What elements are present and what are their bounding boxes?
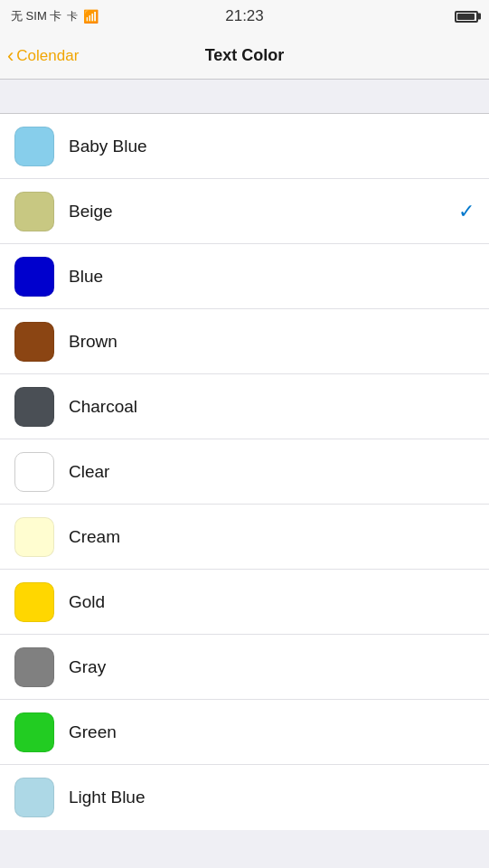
color-label-blue: Blue	[69, 267, 475, 287]
color-swatch-baby-blue	[14, 127, 54, 166]
back-button[interactable]: ‹ Colendar	[7, 46, 79, 66]
color-swatch-blue	[14, 257, 54, 297]
list-item[interactable]: Clear	[0, 439, 489, 505]
color-label-charcoal: Charcoal	[69, 397, 475, 417]
selected-checkmark-icon: ✓	[458, 200, 475, 223]
carrier-text: 无 SIM 卡	[11, 8, 61, 24]
color-label-beige: Beige	[69, 202, 458, 222]
color-swatch-charcoal	[14, 387, 54, 427]
color-swatch-gray	[14, 647, 54, 687]
color-label-gold: Gold	[69, 592, 475, 612]
status-bar: 无 SIM 卡 卡 📶 21:23	[0, 0, 489, 33]
list-item[interactable]: Green	[0, 700, 489, 765]
status-left: 无 SIM 卡 卡 📶	[11, 8, 99, 24]
list-item[interactable]: Beige✓	[0, 179, 489, 244]
color-swatch-green	[14, 712, 54, 752]
list-item[interactable]: Brown	[0, 309, 489, 374]
page-title: Text Color	[205, 46, 285, 65]
color-swatch-beige	[14, 192, 54, 231]
status-right	[455, 11, 478, 23]
color-label-cream: Cream	[69, 527, 475, 547]
color-swatch-cream	[14, 517, 54, 557]
section-header	[0, 80, 489, 114]
list-item[interactable]: Cream	[0, 505, 489, 570]
color-label-brown: Brown	[69, 332, 475, 352]
color-label-green: Green	[69, 722, 475, 742]
nav-bar: ‹ Colendar Text Color	[0, 33, 489, 80]
list-item[interactable]: Gray	[0, 635, 489, 700]
status-time: 21:23	[225, 7, 264, 25]
color-swatch-clear	[14, 452, 54, 492]
color-label-clear: Clear	[69, 462, 475, 482]
color-label-light-blue: Light Blue	[69, 788, 475, 807]
list-item[interactable]: Gold	[0, 570, 489, 635]
color-swatch-brown	[14, 322, 54, 362]
battery-icon	[455, 11, 478, 23]
color-label-baby-blue: Baby Blue	[69, 137, 475, 156]
color-list: Baby BlueBeige✓BlueBrownCharcoalClearCre…	[0, 114, 489, 830]
list-item[interactable]: Baby Blue	[0, 114, 489, 179]
sim-icon: 卡	[67, 9, 78, 24]
color-swatch-light-blue	[14, 778, 54, 817]
color-label-gray: Gray	[69, 657, 475, 677]
list-item[interactable]: Blue	[0, 244, 489, 309]
list-item[interactable]: Light Blue	[0, 765, 489, 830]
wifi-icon: 📶	[83, 9, 99, 24]
back-chevron-icon: ‹	[7, 46, 14, 66]
color-swatch-gold	[14, 582, 54, 622]
back-label: Colendar	[16, 47, 79, 65]
list-item[interactable]: Charcoal	[0, 374, 489, 439]
